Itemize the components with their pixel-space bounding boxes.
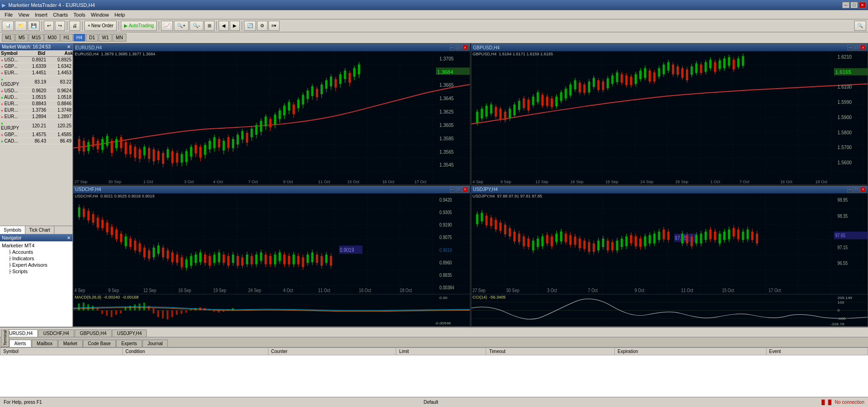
market-watch-row[interactable]: ● EUR... 0.8843 0.8846: [0, 101, 72, 107]
tf-h4[interactable]: H4: [73, 34, 86, 42]
term-tab-experts[interactable]: Experts: [116, 340, 142, 347]
eurusd-max-btn[interactable]: □: [456, 45, 462, 50]
term-tab-journal[interactable]: Journal: [143, 340, 168, 347]
market-watch-row[interactable]: ● EURJPY 120.21 120.25: [0, 120, 72, 132]
market-watch-row[interactable]: ● USD... 0.8921 0.8925: [0, 57, 72, 63]
tab-gbpusd[interactable]: GBPUSD,H4: [75, 329, 112, 337]
print-button[interactable]: 🖨: [69, 21, 80, 31]
undo-button[interactable]: ↩: [44, 21, 54, 31]
scroll-left[interactable]: ◀: [219, 21, 229, 31]
gbpusd-min-btn[interactable]: ─: [847, 45, 853, 50]
nav-item-scripts[interactable]: ├ Scripts: [1, 268, 71, 275]
market-watch-row[interactable]: ● AUD... 1.0515 1.0518: [0, 94, 72, 101]
indicators-btn[interactable]: 📈: [161, 21, 173, 31]
usdchf-max-btn[interactable]: □: [456, 187, 462, 192]
redo-button[interactable]: ↪: [55, 21, 65, 31]
nav-item-folder[interactable]: Marketier MT4: [1, 242, 71, 249]
chart-eurusd-title: EURUSD,H4: [75, 45, 102, 50]
svg-text:0.8835: 0.8835: [440, 272, 452, 278]
market-watch-close[interactable]: ✕: [67, 44, 71, 49]
search-button[interactable]: 🔍: [854, 21, 866, 31]
svg-text:1.6165: 1.6165: [835, 69, 851, 74]
chart-eurusd-body[interactable]: EURUSD,H4 1.3679 1.3685 1.3677 1.3684: [73, 51, 470, 185]
save-button[interactable]: 💾: [28, 21, 40, 31]
term-tab-market[interactable]: Market: [58, 340, 83, 347]
ask-cell: 1.0518: [46, 95, 71, 100]
menu-window[interactable]: Window: [88, 11, 112, 18]
ask-cell: 120.25: [46, 123, 71, 128]
tf-m15[interactable]: M15: [29, 34, 44, 42]
terminal-side-label[interactable]: Terminal: [1, 329, 9, 347]
usdjpy-min-btn[interactable]: ─: [847, 187, 853, 192]
chart-zoom-out[interactable]: 🔍-: [190, 21, 203, 31]
svg-rect-441: [181, 311, 183, 314]
scroll-right[interactable]: ▶: [230, 21, 240, 31]
usdjpy-close-btn[interactable]: ✕: [860, 187, 866, 192]
market-watch-row[interactable]: ● GBP... 1.6339 1.6342: [0, 63, 72, 70]
chart-usdchf-titlebar: USDCHF,H4 ─ □ ✕: [73, 186, 470, 193]
menu-file[interactable]: File: [2, 11, 16, 18]
close-button[interactable]: ✕: [859, 2, 866, 8]
menu-tools[interactable]: Tools: [71, 11, 88, 18]
menu-help[interactable]: Help: [112, 11, 128, 18]
settings-button[interactable]: ⚙: [257, 21, 268, 31]
mw-tab-symbols[interactable]: Symbols: [0, 226, 25, 234]
market-watch-row[interactable]: ● USD... 0.9620 0.9624: [0, 88, 72, 94]
tf-m5[interactable]: M5: [15, 34, 28, 42]
market-watch-row[interactable]: ● EUR... 1.4451 1.4453: [0, 70, 72, 76]
eurusd-min-btn[interactable]: ─: [450, 45, 455, 50]
term-tab-mailbox[interactable]: Mailbox: [32, 340, 58, 347]
svg-text:24 Sep: 24 Sep: [248, 287, 261, 293]
market-watch-header: Market Watch: 16:24:53 ✕: [0, 43, 72, 50]
market-watch-row[interactable]: ● GBP... 1.4575 1.4585: [0, 132, 72, 138]
nav-item-ea[interactable]: ├ Expert Advisors: [1, 262, 71, 268]
term-tab-alerts[interactable]: Alerts: [9, 340, 31, 347]
gbpusd-max-btn[interactable]: □: [854, 45, 859, 50]
market-watch-row[interactable]: ● EUR... 1.2894 1.2897: [0, 114, 72, 120]
tf-m30[interactable]: M30: [44, 34, 59, 42]
market-watch-row[interactable]: ● USDJPY 83.19 83.22: [0, 76, 72, 88]
chart-usdjpy-body[interactable]: USDJPY,H4 97.88 97.91 97.81 97.85: [471, 193, 868, 327]
ask-cell: 0.8925: [46, 57, 71, 62]
chart-zoom-in[interactable]: 🔍+: [174, 21, 189, 31]
left-panel: Market Watch: 16:24:53 ✕ Symbol Bid Ask …: [0, 43, 73, 327]
svg-rect-430: [129, 306, 131, 311]
minimize-button[interactable]: ─: [842, 2, 850, 8]
autotrading-button[interactable]: ▶ AutoTrading: [121, 21, 157, 31]
usdchf-close-btn[interactable]: ✕: [463, 187, 468, 192]
maximize-button[interactable]: □: [850, 2, 858, 8]
gbpusd-close-btn[interactable]: ✕: [860, 45, 866, 50]
market-watch-row[interactable]: ● CAD... 86.43 86.49: [0, 138, 72, 144]
svg-text:4 Sep: 4 Sep: [75, 287, 85, 293]
menu-charts[interactable]: Charts: [50, 11, 71, 18]
tf-h1[interactable]: H1: [60, 34, 73, 42]
tab-usdjpy[interactable]: USDJPY,H4: [112, 329, 147, 337]
svg-text:1.3684: 1.3684: [437, 69, 453, 74]
refresh-button[interactable]: 🔄: [244, 21, 256, 31]
tf-d1[interactable]: D1: [86, 34, 98, 42]
tf-w1[interactable]: W1: [99, 34, 112, 42]
eurusd-close-btn[interactable]: ✕: [463, 45, 468, 50]
new-chart-button[interactable]: 📊: [2, 21, 14, 31]
menu-view[interactable]: View: [16, 11, 32, 18]
nav-item-indicators[interactable]: ├ Indicators: [1, 255, 71, 262]
nav-item-accounts[interactable]: ├ Accounts: [1, 249, 71, 255]
display-options[interactable]: ≡▾: [268, 21, 280, 31]
usdchf-min-btn[interactable]: ─: [450, 187, 455, 192]
navigator-close[interactable]: ✕: [67, 235, 71, 240]
tf-m1[interactable]: M1: [2, 34, 15, 42]
mw-tab-tick-chart[interactable]: Tick Chart: [25, 226, 54, 234]
chart-fit[interactable]: ⊞: [204, 21, 214, 31]
bid-cell: 1.4451: [21, 70, 46, 75]
menu-insert[interactable]: Insert: [32, 11, 50, 18]
term-tab-codebase[interactable]: Code Base: [83, 340, 116, 347]
svg-text:17 Oct: 17 Oct: [768, 287, 780, 293]
usdjpy-max-btn[interactable]: □: [854, 187, 859, 192]
open-button[interactable]: 📁: [15, 21, 27, 31]
new-order-button[interactable]: + New Order: [84, 21, 117, 31]
tf-mn[interactable]: MN: [113, 34, 126, 42]
chart-usdchf-body[interactable]: USDCHF,H4 0.9021 0.9025 0.9018 0.9019: [73, 193, 470, 327]
tab-usdchf[interactable]: USDCHF,H4: [38, 329, 74, 337]
chart-gbpusd-body[interactable]: GBPUSD,H4 1.6164 1.6171 1.6159 1.6165: [471, 51, 868, 185]
market-watch-row[interactable]: ● EUR... 1.3736 1.3748: [0, 107, 72, 114]
